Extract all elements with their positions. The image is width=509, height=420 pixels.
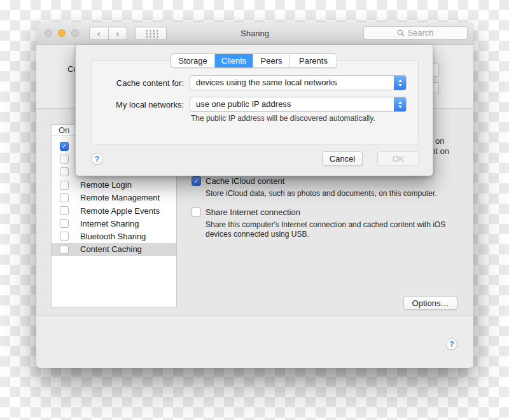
share-internet-label: Share Internet connection	[206, 207, 300, 217]
table-row-internet-sharing[interactable]: Internet Sharing	[52, 217, 176, 230]
computer-name-field-partial	[433, 64, 439, 77]
search-icon	[397, 29, 405, 37]
cache-content-for-dropdown[interactable]: devices using the same local networks	[190, 75, 407, 90]
service-checkbox[interactable]	[60, 155, 69, 164]
sharing-window: ‹ › Sharing Search Co on nt on On	[36, 22, 473, 368]
tab-clients[interactable]: Clients	[214, 54, 253, 67]
service-checkbox[interactable]	[60, 181, 69, 190]
search-input[interactable]: Search	[363, 26, 468, 39]
sheet-help-button[interactable]: ?	[91, 153, 103, 165]
table-row-remote-login[interactable]: Remote Login	[52, 179, 176, 192]
on-column-header: On	[52, 125, 76, 136]
cache-icloud-label: Cache iCloud content	[206, 176, 284, 186]
share-internet-checkbox[interactable]	[192, 207, 201, 217]
sheet-tab-bar: Storage Clients Peers Parents	[171, 53, 337, 68]
tab-parents[interactable]: Parents	[289, 54, 337, 67]
service-checkbox[interactable]	[60, 193, 69, 202]
title-bar: ‹ › Sharing Search	[36, 22, 473, 45]
edit-button-partial	[433, 82, 439, 94]
table-row-remote-apple-events[interactable]: Remote Apple Events	[52, 204, 176, 217]
share-internet-description: Share this computer's Internet connectio…	[206, 220, 445, 239]
table-row-bluetooth-sharing[interactable]: Bluetooth Sharing	[52, 230, 176, 242]
service-checkbox[interactable]	[60, 219, 69, 228]
cache-content-for-label: Cache content for:	[88, 78, 184, 88]
service-checkbox[interactable]	[60, 245, 69, 254]
cache-icloud-description: Store iCloud data, such as photos and do…	[206, 189, 437, 199]
my-local-networks-dropdown[interactable]: use one public IP address	[190, 97, 407, 112]
stepper-icon	[394, 76, 406, 90]
search-placeholder: Search	[407, 28, 433, 38]
tab-peers[interactable]: Peers	[253, 54, 289, 67]
stepper-icon	[394, 97, 406, 111]
my-local-networks-label: My local networks:	[88, 100, 184, 109]
cancel-button[interactable]: Cancel	[322, 151, 363, 166]
cache-icloud-checkbox[interactable]	[192, 176, 201, 186]
helper-text: The public IP address will be discovered…	[191, 114, 375, 123]
table-row-remote-management[interactable]: Remote Management	[52, 192, 176, 204]
obscured-text-line2: nt on	[431, 146, 449, 156]
service-checkbox[interactable]	[60, 142, 69, 151]
tab-storage[interactable]: Storage	[171, 54, 214, 67]
table-row-content-caching[interactable]: Content Caching	[52, 243, 176, 256]
service-checkbox[interactable]	[60, 167, 69, 176]
service-checkbox[interactable]	[60, 232, 69, 241]
ok-button[interactable]: OK	[377, 151, 419, 166]
options-button[interactable]: Options…	[403, 297, 457, 310]
service-checkbox[interactable]	[60, 206, 69, 215]
content-caching-sheet: Storage Clients Peers Parents Cache cont…	[75, 45, 433, 176]
obscured-text-line1: on	[435, 136, 444, 146]
help-button[interactable]: ?	[446, 339, 457, 350]
